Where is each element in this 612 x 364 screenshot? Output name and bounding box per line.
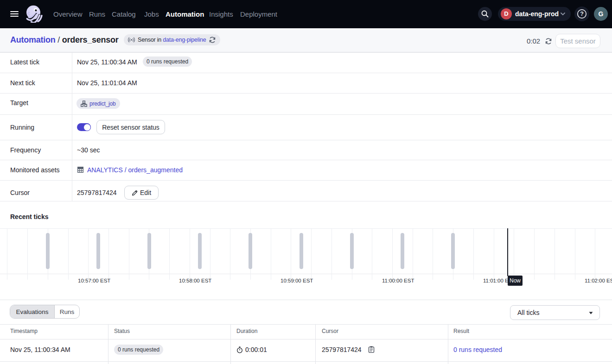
svg-text:?: ? [580,11,584,17]
